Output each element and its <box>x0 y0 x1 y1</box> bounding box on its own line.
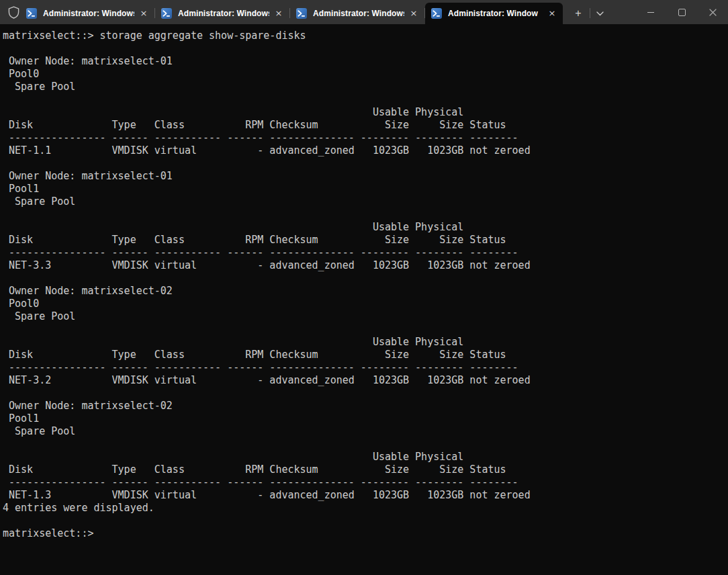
spare-pool-line: Spare Pool <box>3 310 728 323</box>
tab-administrator-windows-3[interactable]: Administrator: Windows × <box>290 3 424 24</box>
terminal-buffer[interactable]: matrixselect::> storage aggregate show-s… <box>0 24 728 575</box>
maximize-icon <box>678 9 686 16</box>
tab-dropdown-button[interactable] <box>590 3 609 24</box>
table-superheader-line: Usable Physical <box>3 221 728 234</box>
table-separator-line: ---------------- ------ ----------- ----… <box>3 476 728 489</box>
spare-pool-line: Spare Pool <box>3 425 728 438</box>
tab-close-icon[interactable]: × <box>547 8 557 19</box>
powershell-icon <box>296 8 307 19</box>
spare-pool-line: Spare Pool <box>3 195 728 208</box>
table-row: NET-1.1 VMDISK virtual - advanced_zoned … <box>3 144 728 157</box>
prompt-line: matrixselect::> <box>3 527 728 540</box>
close-button[interactable] <box>697 0 728 24</box>
tab-close-icon[interactable]: × <box>138 8 149 19</box>
table-separator-line: ---------------- ------ ----------- ----… <box>3 361 728 374</box>
powershell-icon <box>26 8 37 19</box>
tab-administrator-windows-1[interactable]: Administrator: Windows × <box>20 3 154 24</box>
powershell-icon <box>431 8 442 19</box>
tab-label: Administrator: Windows <box>178 9 269 18</box>
table-header-line: Disk Type Class RPM Checksum Size Size S… <box>3 234 728 247</box>
owner-node-line: Owner Node: matrixselect-01 <box>3 170 728 183</box>
chevron-down-icon <box>596 11 604 16</box>
blank-line <box>3 93 728 106</box>
blank-line <box>3 387 728 400</box>
tab-administrator-windows-4-active[interactable]: Administrator: Window × <box>425 3 563 24</box>
pool-line: Pool0 <box>3 298 728 310</box>
minimize-button[interactable] <box>635 0 666 24</box>
blank-line <box>3 272 728 285</box>
tab-close-icon[interactable]: × <box>273 8 284 19</box>
pool-line: Pool1 <box>3 412 728 425</box>
tab-administrator-windows-2[interactable]: Administrator: Windows × <box>155 3 289 24</box>
new-tab-button[interactable]: + <box>567 3 590 24</box>
table-separator-line: ---------------- ------ ----------- ----… <box>3 132 728 144</box>
summary-line: 4 entries were displayed. <box>3 502 728 515</box>
powershell-icon <box>161 8 172 19</box>
pool-line: Pool0 <box>3 68 728 81</box>
tab-label: Administrator: Windows <box>43 9 134 18</box>
blank-line <box>3 208 728 221</box>
spare-pool-line: Spare Pool <box>3 81 728 93</box>
cli-command-line: matrixselect::> storage aggregate show-s… <box>3 30 728 42</box>
blank-line <box>3 42 728 55</box>
pool-line: Pool1 <box>3 183 728 195</box>
table-superheader-line: Usable Physical <box>3 451 728 463</box>
table-row: NET-1.3 VMDISK virtual - advanced_zoned … <box>3 489 728 502</box>
owner-node-line: Owner Node: matrixselect-01 <box>3 55 728 68</box>
titlebar: Administrator: Windows × Administrator: … <box>0 0 728 24</box>
table-header-line: Disk Type Class RPM Checksum Size Size S… <box>3 463 728 476</box>
table-row: NET-3.2 VMDISK virtual - advanced_zoned … <box>3 374 728 387</box>
admin-shield-icon <box>0 0 20 24</box>
tab-close-icon[interactable]: × <box>408 8 419 19</box>
minimize-icon <box>647 12 654 13</box>
maximize-button[interactable] <box>666 0 697 24</box>
close-icon <box>709 9 717 16</box>
blank-line <box>3 157 728 170</box>
table-superheader-line: Usable Physical <box>3 336 728 349</box>
tab-label: Administrator: Windows <box>313 9 404 18</box>
blank-line <box>3 515 728 527</box>
table-separator-line: ---------------- ------ ----------- ----… <box>3 247 728 259</box>
tab-label: Administrator: Window <box>448 9 543 18</box>
blank-line <box>3 323 728 336</box>
window-controls <box>635 0 728 24</box>
owner-node-line: Owner Node: matrixselect-02 <box>3 400 728 412</box>
table-header-line: Disk Type Class RPM Checksum Size Size S… <box>3 119 728 132</box>
table-header-line: Disk Type Class RPM Checksum Size Size S… <box>3 349 728 361</box>
blank-line <box>3 438 728 451</box>
owner-node-line: Owner Node: matrixselect-02 <box>3 285 728 298</box>
table-row: NET-3.3 VMDISK virtual - advanced_zoned … <box>3 259 728 272</box>
table-superheader-line: Usable Physical <box>3 106 728 119</box>
